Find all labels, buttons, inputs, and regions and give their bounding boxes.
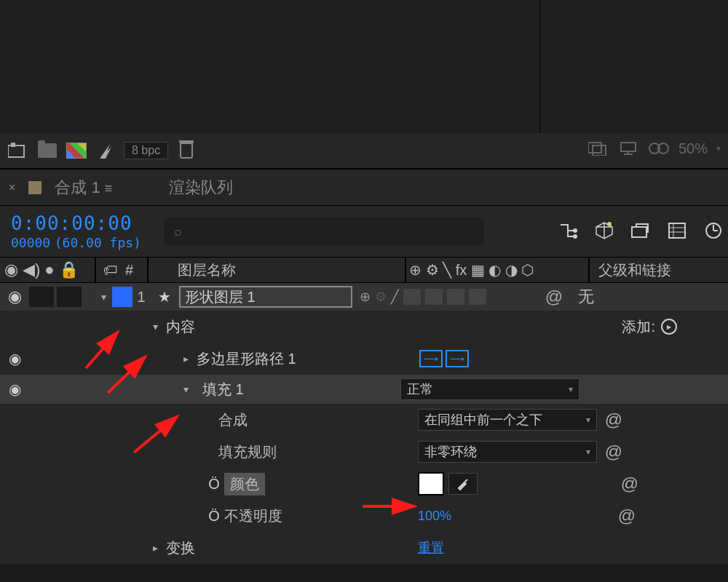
shy-icon[interactable] (630, 220, 651, 241)
layer-color-label[interactable] (112, 287, 132, 307)
parent-link-header[interactable]: 父级和链接 (590, 260, 728, 280)
chevron-down-icon: ▾ (586, 415, 590, 425)
opacity-value[interactable]: 100% (418, 509, 451, 524)
stopwatch-icon[interactable]: Ö (204, 474, 224, 494)
render-queue-tab[interactable]: 渲染队列 (169, 177, 233, 199)
comp-flowchart-icon[interactable] (558, 220, 578, 241)
bezier-path-btn-1[interactable]: ⟶ (419, 350, 443, 367)
blend-mode-dropdown[interactable]: 正常 ▾ (400, 378, 579, 400)
layer-index: 1 (132, 289, 150, 306)
transform-label: 变换 (166, 538, 195, 558)
current-timecode[interactable]: 0:00:00:00 (11, 212, 141, 234)
close-tab-icon[interactable]: × (9, 181, 15, 194)
bezier-path-btn-2[interactable]: ⟶ (446, 350, 469, 367)
layer-name-field[interactable]: 形状图层 1 (179, 286, 352, 308)
lock-column-icon: 🔒 (59, 260, 79, 279)
add-shape-button[interactable]: 添加: ▸ (622, 317, 677, 337)
shy-switch[interactable]: ⊕ (360, 289, 371, 305)
composition-viewer[interactable] (0, 0, 540, 133)
chevron-down-icon[interactable]: ▾ (175, 383, 197, 395)
switch-slot[interactable] (447, 289, 464, 305)
polystar-label: 多边星形路径 1 (197, 349, 296, 369)
visibility-toggle[interactable]: ◉ (0, 287, 29, 306)
chevron-down-icon[interactable]: ▾ (144, 321, 166, 332)
chevron-right-icon[interactable]: ▸ (175, 353, 197, 364)
eyedropper-button[interactable] (448, 473, 478, 495)
draft3d-icon[interactable] (594, 220, 614, 241)
feather-icon[interactable] (95, 142, 116, 159)
fill-group-row[interactable]: ◉ ▾ 填充 1 正常 ▾ (0, 375, 728, 404)
zoom-level[interactable]: 50% (678, 140, 708, 157)
pickwhip-icon[interactable]: @ (536, 287, 572, 307)
switch-slot[interactable] (425, 289, 443, 305)
svg-rect-4 (621, 143, 636, 151)
chevron-right-icon[interactable]: ▸ (144, 542, 166, 554)
zoom-dropdown-icon[interactable]: ▾ (716, 143, 721, 154)
transform-group-row[interactable]: ▸ 变换 重置 (0, 532, 728, 564)
contents-group-row[interactable]: ▾ 内容 添加: ▸ (0, 311, 728, 343)
bpc-button[interactable]: 8 bpc (124, 142, 168, 159)
contents-label: 内容 (166, 317, 195, 337)
pickwhip-icon[interactable]: @ (614, 503, 639, 528)
shape-layer-icon: ★ (150, 288, 179, 306)
switch-slot[interactable] (469, 289, 486, 305)
svg-rect-1 (11, 143, 15, 147)
comp-tab[interactable]: 合成 1 ≡ (55, 177, 112, 199)
pickwhip-icon[interactable]: @ (617, 471, 642, 496)
add-label: 添加: (622, 317, 655, 337)
trash-icon[interactable] (175, 142, 197, 159)
timeline-tabs: × 合成 1 ≡ 渲染队列 (0, 170, 728, 206)
reset-link[interactable]: 重置 (418, 541, 444, 555)
timecode-area: 0:00:00:00 00000 (60.00 fps) ⌕ (0, 206, 728, 257)
chevron-down-icon: ▾ (569, 384, 573, 394)
quality-switch[interactable]: ╱ (391, 289, 399, 305)
fill-rule-label: 填充规则 (218, 442, 277, 462)
svg-rect-0 (8, 146, 24, 157)
layer-name-text: 形状图层 1 (185, 287, 256, 307)
switch-slot[interactable] (403, 289, 421, 305)
secondary-viewer[interactable] (540, 0, 728, 133)
add-circle-icon[interactable]: ▸ (661, 319, 677, 335)
color-row: Ö 颜色 @ (0, 468, 728, 500)
stopwatch-icon[interactable]: Ö (204, 506, 224, 526)
svg-rect-3 (593, 146, 606, 156)
collapse-switch[interactable]: ⚙ (375, 289, 387, 305)
toggle-transparency-icon[interactable] (587, 140, 609, 157)
monitor-icon[interactable] (617, 140, 639, 157)
polystar-path-row[interactable]: ◉ ▸ 多边星形路径 1 ⟶ ⟶ (0, 343, 728, 375)
svg-point-11 (607, 222, 612, 226)
frame-blend-icon[interactable] (667, 220, 687, 241)
color-swatch[interactable] (418, 472, 444, 495)
visibility-toggle[interactable]: ◉ (0, 380, 29, 398)
project-footer-bar: 8 bpc 50% ▾ (0, 133, 728, 170)
fill-rule-row: 填充规则 非零环绕 ▾ @ (0, 436, 728, 468)
composite-row: 合成 在同组中前一个之下 ▾ @ (0, 404, 728, 436)
interpret-footage-icon[interactable] (7, 142, 29, 159)
color-label: 颜色 (224, 473, 265, 495)
motion-blur-icon[interactable] (703, 220, 724, 241)
layer-row[interactable]: ◉ ▾ 1 ★ 形状图层 1 ⊕ ⚙ ╱ @ 无 (0, 283, 728, 311)
fill-rule-dropdown[interactable]: 非零环绕 ▾ (418, 441, 597, 463)
visibility-toggle[interactable]: ◉ (0, 350, 29, 367)
timeline-column-headers: ◉ ◀) ● 🔒 🏷 # 图层名称 ⊕ ⚙ ╲ fx ▦ ◐ ◑ ⬡ 父级和链接 (0, 257, 728, 283)
composite-dropdown[interactable]: 在同组中前一个之下 ▾ (418, 409, 597, 431)
new-comp-icon[interactable] (66, 142, 87, 159)
fill-rule-value: 非零环绕 (424, 443, 477, 461)
index-column-header: # (125, 262, 133, 279)
chevron-down-icon: ▾ (586, 447, 590, 457)
tab-menu-icon[interactable]: ≡ (105, 181, 113, 196)
search-icon: ⌕ (174, 224, 182, 239)
goggles-icon[interactable] (648, 140, 670, 157)
svg-rect-12 (632, 227, 646, 237)
label-column-icon: 🏷 (96, 262, 118, 279)
folder-icon[interactable] (36, 142, 58, 159)
composite-label: 合成 (218, 410, 248, 430)
parent-dropdown[interactable]: 无 (572, 286, 594, 308)
svg-point-9 (573, 228, 577, 233)
current-frame[interactable]: 00000 (11, 235, 50, 250)
layer-name-header[interactable]: 图层名称 (149, 260, 405, 280)
pickwhip-icon[interactable]: @ (601, 439, 626, 464)
pickwhip-icon[interactable]: @ (601, 407, 626, 432)
timeline-search-input[interactable]: ⌕ (164, 218, 484, 245)
layer-twirl-icon[interactable]: ▾ (95, 291, 112, 303)
